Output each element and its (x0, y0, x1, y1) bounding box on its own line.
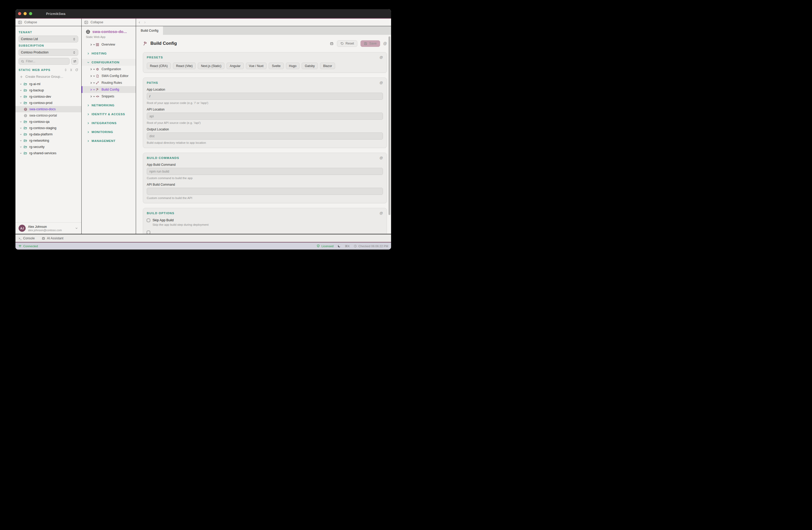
tree-row[interactable]: rg-backup (15, 87, 81, 94)
filter-field[interactable] (18, 58, 70, 65)
chevron-down-icon[interactable] (19, 83, 22, 86)
mention-icon[interactable]: @ (380, 156, 383, 160)
chevron-down-icon[interactable] (19, 102, 22, 104)
preset-button[interactable]: React (CRA) (147, 62, 171, 69)
subscription-select[interactable]: Contoso Production (18, 49, 78, 56)
nav-row[interactable]: ⚙ <> Configuration (82, 66, 136, 72)
build-config-page: Build Config Reset (136, 35, 391, 234)
chevron-down-icon[interactable] (19, 139, 22, 142)
mention-icon[interactable]: @ (380, 81, 383, 85)
nav-row-label: CONFIGURATION (91, 61, 119, 64)
preset-button[interactable]: Vue / Nuxt (246, 62, 267, 69)
chevron-down-icon[interactable] (19, 95, 22, 98)
minimize-window-button[interactable] (24, 12, 27, 15)
tree-row[interactable]: rg-contoso-prod (15, 100, 81, 106)
nav-row[interactable]: ⚙ <> HOSTING (82, 50, 136, 57)
clipped-checkbox[interactable] (147, 231, 150, 234)
chevron-down-icon[interactable] (19, 127, 22, 130)
chevron-down-icon (87, 61, 90, 64)
form-field: App Location Root of your app source cod… (147, 88, 383, 104)
create-resource-group-item[interactable]: Create Resource Group… (15, 73, 81, 80)
paths-card: PATHS @ App Location Root of your app so… (143, 78, 387, 148)
preset-button[interactable]: React (Vite) (173, 62, 196, 69)
nav-row[interactable]: ⚙ <> MANAGEMENT (82, 138, 136, 144)
tree-row[interactable]: swa-contoso-docs (15, 106, 81, 112)
preset-button[interactable]: Hugo (286, 62, 300, 69)
title-bar: PrizmikSwa (15, 9, 391, 18)
mention-icon[interactable]: @ (380, 211, 383, 215)
close-window-button[interactable] (18, 12, 21, 15)
filter-options-button[interactable] (71, 58, 78, 65)
tree-row[interactable]: rg-data-platform (15, 131, 81, 138)
chevron-down-icon[interactable] (19, 133, 22, 136)
preset-button[interactable]: Blazor (320, 62, 335, 69)
tree-row-label: rg-contoso-qa (29, 120, 49, 124)
build-options-header: BUILD OPTIONS (147, 212, 380, 215)
chevron-down-icon[interactable] (19, 152, 22, 155)
tree-row[interactable]: rg-security (15, 144, 81, 150)
tab-build-config[interactable]: Build Config (136, 26, 163, 35)
tree-row[interactable]: rg-networking (15, 138, 81, 144)
field-input[interactable] (147, 93, 383, 100)
tree-row[interactable]: rg-contoso-qa (15, 118, 81, 125)
skip-app-build-helper: Skip the app build step during deploymen… (153, 223, 208, 226)
nav-row[interactable]: ⚙ <> Build Config (82, 86, 136, 93)
preset-button[interactable]: Angular (227, 62, 244, 69)
form-field: API Location Root of your API source cod… (147, 108, 383, 124)
user-menu[interactable]: AJ Alex Johnson alex.johnson@contoso.com (15, 222, 81, 234)
reset-button[interactable]: Reset (337, 40, 358, 47)
collapse-all-icon[interactable] (70, 68, 73, 71)
nav-row[interactable]: ⚙ <> INTEGRATIONS (82, 120, 136, 126)
tree-row-label: rg-backup (29, 88, 44, 92)
chevron-down-icon[interactable] (19, 121, 22, 123)
nav-row[interactable]: ⚙ <> MONITORING (82, 128, 136, 135)
skip-app-build-checkbox[interactable] (147, 219, 150, 222)
nav-row[interactable]: ⚙ <> SWA Config Editor (82, 72, 136, 79)
nav-row-label: Build Config (102, 88, 119, 92)
zoom-window-button[interactable] (29, 12, 32, 15)
preset-label: React (Vite) (176, 64, 192, 68)
vertical-scrollbar[interactable] (389, 37, 390, 215)
chevron-down-icon[interactable] (19, 89, 22, 92)
field-input[interactable] (147, 168, 383, 175)
field-input[interactable] (147, 188, 383, 195)
globe-icon (24, 108, 27, 111)
mention-icon[interactable]: @ (383, 41, 387, 45)
nav-row[interactable]: ⚙ <> NETWORKING (82, 102, 136, 109)
appbar-collapse-button[interactable]: Collapse (82, 18, 136, 26)
tree-row[interactable]: rg-contoso-staging (15, 125, 81, 131)
preset-button[interactable]: Svelte (269, 62, 284, 69)
tree-row[interactable]: swa-contoso-portal (15, 112, 81, 118)
chevron-down-icon[interactable] (19, 145, 22, 149)
save-button[interactable]: Save (361, 40, 380, 47)
nav-row[interactable]: ⚙ <> Routing Rules (82, 79, 136, 86)
field-helper: Build output directory relative to app l… (147, 141, 383, 144)
dark-mode-icon[interactable] (337, 244, 341, 248)
expand-all-icon[interactable] (64, 68, 67, 71)
app-name: swa-contoso-do... (92, 29, 127, 34)
ai-assistant-toggle[interactable]: AI Assistant (42, 236, 63, 240)
filter-input[interactable] (26, 59, 67, 63)
tree-row[interactable]: rg-shared-services (15, 150, 81, 156)
nav-row[interactable]: ⚙ <> Snippets (82, 93, 136, 100)
refresh-icon[interactable] (75, 68, 78, 71)
tenant-select[interactable]: Contoso Ltd (18, 36, 78, 42)
nav-row[interactable]: ⚙ <> Overview (82, 41, 136, 48)
nav-row[interactable]: ⚙ <> IDENTITY & ACCESS (82, 111, 136, 117)
field-input[interactable] (147, 132, 383, 140)
back-icon[interactable]: ‹ (139, 20, 140, 25)
tree-row[interactable]: rg-contoso-dev (15, 94, 81, 100)
console-toggle[interactable]: >_ Console (18, 236, 35, 240)
preset-button[interactable]: Gatsby (302, 62, 318, 69)
nav-row[interactable]: ⚙ <> CONFIGURATION (82, 59, 136, 66)
field-input[interactable] (147, 113, 383, 120)
tree-row[interactable]: rg-ai-ml (15, 81, 81, 87)
chevron-right-icon (87, 122, 90, 125)
robot-icon[interactable] (330, 41, 334, 45)
preset-button[interactable]: Next.js (Static) (198, 62, 224, 69)
command-palette-shortcut[interactable]: ⌘K (345, 244, 350, 248)
forward-icon[interactable]: › (144, 20, 145, 25)
mention-icon[interactable]: @ (380, 55, 383, 59)
sidebar-collapse-button[interactable]: Collapse (15, 18, 81, 26)
chevron-right-icon (87, 113, 90, 116)
